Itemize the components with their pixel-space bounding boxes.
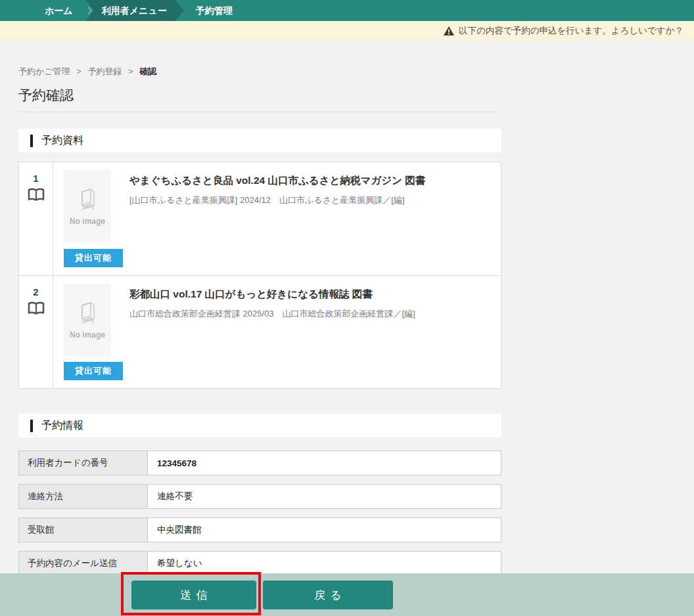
no-image-label: No image [70,217,105,226]
item-main-cell: No image 彩都山口 vol.17 山口がもっと好きになる情報誌 図書 山… [53,276,501,388]
submit-button[interactable]: 送信 [131,581,256,609]
notice-bar: 以下の内容で予約の申込を行います。よろしいですか？ [0,21,694,41]
open-book-icon [28,188,45,205]
breadcrumb-separator: > [128,66,133,76]
status-badge: 貸出可能 [64,249,123,267]
row-value: 希望しない [148,552,501,575]
section-title: 予約情報 [41,419,83,433]
item-title: 彩都山口 vol.17 山口がもっと好きになる情報誌 図書 [129,288,415,301]
breadcrumb-separator: > [76,66,81,76]
section-header-info: 予約情報 [18,414,501,437]
nav-tab-reservation-management[interactable]: 予約管理 [184,0,244,21]
warning-triangle-icon [444,26,454,35]
section-marker [30,420,33,432]
table-row-contact-method: 連絡方法 連絡不要 [18,484,501,509]
table-row-pickup-library: 受取館 中央図書館 [18,517,501,542]
open-book-icon [28,301,45,319]
no-image-book-icon [78,187,97,212]
row-value: 中央図書館 [148,518,501,542]
table-row-card-number: 利用者カードの番号 12345678 [18,451,501,475]
no-image-book-icon [78,301,97,326]
no-image-placeholder: No image [64,284,111,356]
section-header-materials: 予約資料 [18,129,501,152]
material-item-2: 2 [19,275,501,388]
nav-tab-home[interactable]: ホーム [33,0,85,21]
materials-list: 1 [18,162,501,389]
section-marker [30,135,33,147]
breadcrumb-confirm: 確認 [139,66,156,76]
item-number-cell: 2 [19,276,53,388]
top-nav: ホーム 利用者メニュー 予約管理 [0,0,694,21]
row-value: 12345678 [148,451,501,475]
item-main-cell: No image やまぐちふるさと良品 vol.24 山口市ふるさと納税マガジン… [53,162,501,275]
breadcrumb: 予約かご管理 > 予約登録 > 確認 [18,66,676,77]
row-label: 利用者カードの番号 [19,451,148,475]
main-content: 予約かご管理 > 予約登録 > 確認 予約確認 予約資料 1 [0,66,694,576]
item-number-cell: 1 [19,162,53,275]
item-detail: [山口市ふるさと産業振興課] 2024/12 山口市ふるさと産業振興課／[編] [129,194,425,206]
chevron-right-icon [85,7,92,14]
item-number: 2 [33,286,38,297]
item-detail: 山口市総合政策部企画経営課 2025/03 山口市総合政策部企画経営課／[編] [129,308,415,320]
item-number: 1 [33,173,38,184]
row-label: 予約内容のメール送信 [19,552,148,575]
section-title: 予約資料 [41,134,83,148]
row-label: 連絡方法 [19,485,148,508]
breadcrumb-reservation-entry[interactable]: 予約登録 [87,66,122,76]
table-row-email-notification: 予約内容のメール送信 希望しない [18,551,501,576]
material-item-1: 1 [19,162,501,275]
nav-tab-user-menu[interactable]: 利用者メニュー [86,0,184,21]
action-footer: 送信 戻る [0,573,694,616]
breadcrumb-reservation-cart[interactable]: 予約かご管理 [18,66,70,76]
no-image-placeholder: No image [64,170,111,242]
notice-text: 以下の内容で予約の申込を行います。よろしいですか？ [459,25,683,37]
item-title: やまぐちふるさと良品 vol.24 山口市ふるさと納税マガジン 図書 [129,174,425,187]
row-value: 連絡不要 [148,485,501,508]
back-button[interactable]: 戻る [263,581,393,609]
no-image-label: No image [70,330,105,340]
row-label: 受取館 [19,518,148,542]
status-badge: 貸出可能 [64,362,123,380]
page-title: 予約確認 [18,86,501,112]
reservation-info-table: 利用者カードの番号 12345678 連絡方法 連絡不要 受取館 中央図書館 予… [18,451,676,576]
